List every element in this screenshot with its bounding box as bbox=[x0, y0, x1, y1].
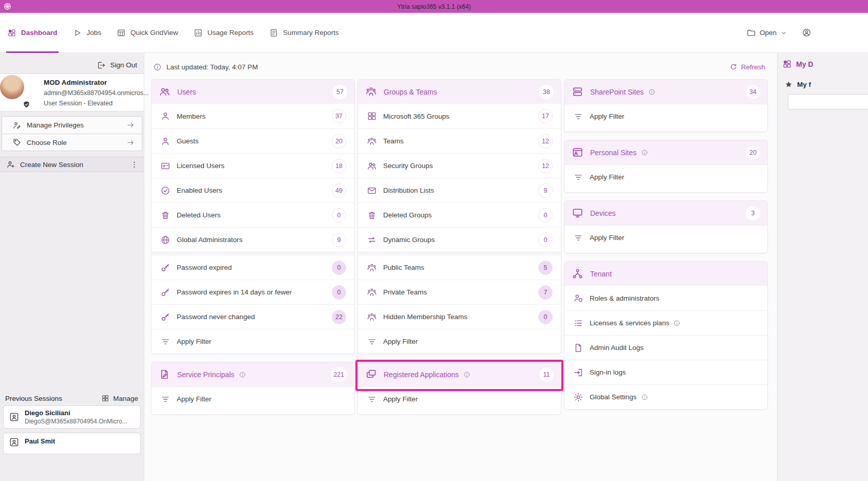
teams-icon bbox=[367, 136, 377, 146]
stat-label: Guests bbox=[177, 137, 199, 145]
shield-person-icon bbox=[573, 293, 583, 303]
stat-count-badge: 49 bbox=[332, 183, 346, 198]
stat-count-badge: 12 bbox=[538, 134, 553, 149]
tab-dashboard[interactable]: Dashboard bbox=[7, 13, 58, 53]
tenant-row-sign-in-logs[interactable]: Sign-in logs bbox=[564, 360, 767, 384]
tenant-row-label: Global Settings bbox=[590, 393, 637, 401]
filter-icon bbox=[160, 337, 171, 347]
user-name: MOD Administrator bbox=[44, 77, 144, 88]
stat-row-licensed-users[interactable]: Licensed Users 18 bbox=[152, 153, 354, 178]
stat-count-badge: 0 bbox=[332, 261, 346, 275]
stat-row-password-expires-soon[interactable]: Password expires in 14 days or fewer 0 bbox=[152, 280, 354, 304]
users-count-badge: 57 bbox=[333, 85, 347, 99]
key-icon bbox=[160, 312, 171, 322]
personal-sites-card-header[interactable]: Personal Sites 20 bbox=[564, 140, 767, 164]
stat-row-dynamic-groups[interactable]: Dynamic Groups 0 bbox=[358, 227, 561, 252]
stat-row-password-never-changed[interactable]: Password never changed 22 bbox=[152, 304, 354, 329]
stat-row-guests[interactable]: Guests 20 bbox=[152, 128, 354, 153]
stat-row-hidden-membership-teams[interactable]: Hidden Membership Teams 0 bbox=[358, 304, 561, 329]
session-item[interactable]: Paul Smit bbox=[3, 433, 141, 454]
info-icon[interactable] bbox=[641, 394, 648, 401]
tab-usage-reports[interactable]: Usage Reports bbox=[194, 13, 254, 53]
usage-reports-icon bbox=[194, 28, 203, 38]
kebab-menu-icon[interactable] bbox=[130, 160, 139, 169]
open-button[interactable]: Open bbox=[746, 28, 787, 38]
stat-label: Password never changed bbox=[177, 313, 255, 321]
registered-applications-count-badge: 11 bbox=[539, 367, 554, 382]
stat-label: Private Teams bbox=[383, 288, 427, 296]
info-icon[interactable] bbox=[239, 371, 246, 378]
apply-filter-button[interactable]: Apply Filter bbox=[152, 329, 354, 354]
service-principals-icon bbox=[159, 368, 171, 380]
info-icon[interactable] bbox=[463, 371, 470, 378]
stat-row-password-expired[interactable]: Password expired 0 bbox=[152, 255, 354, 280]
devices-card-header[interactable]: Devices 3 bbox=[564, 201, 767, 225]
stat-row-m365-groups[interactable]: Microsoft 365 Groups 17 bbox=[358, 104, 561, 128]
stat-row-public-teams[interactable]: Public Teams 5 bbox=[358, 255, 561, 280]
refresh-icon bbox=[729, 63, 738, 71]
stat-row-private-teams[interactable]: Private Teams 7 bbox=[358, 280, 561, 304]
apply-filter-button[interactable]: Apply Filter bbox=[564, 104, 767, 128]
tenant-row-roles-administrators[interactable]: Roles & administrators bbox=[564, 286, 767, 310]
stat-label: Enabled Users bbox=[177, 187, 222, 194]
avatar bbox=[0, 75, 24, 99]
stat-count-badge: 7 bbox=[538, 285, 553, 300]
devices-icon bbox=[572, 207, 583, 219]
jobs-icon bbox=[73, 28, 82, 38]
apply-filter-button[interactable]: Apply Filter bbox=[564, 164, 767, 189]
info-icon[interactable] bbox=[673, 320, 681, 327]
manage-privileges-button[interactable]: Manage Privileges bbox=[2, 117, 142, 134]
dashboard-list-item[interactable] bbox=[788, 94, 868, 109]
tab-summary-reports[interactable]: Summary Reports bbox=[269, 13, 339, 53]
tenant-row-licenses-services-plans[interactable]: Licenses & services plans bbox=[564, 310, 767, 335]
stat-row-deleted-groups[interactable]: Deleted Groups 0 bbox=[358, 202, 561, 227]
tenant-row-global-settings[interactable]: Global Settings bbox=[564, 384, 767, 409]
choose-role-button[interactable]: Choose Role bbox=[2, 134, 142, 151]
apply-filter-label: Apply Filter bbox=[383, 395, 418, 403]
right-panel: My D My f bbox=[777, 53, 868, 481]
stat-row-distribution-lists[interactable]: Distribution Lists 9 bbox=[358, 178, 561, 202]
sign-out-icon bbox=[97, 61, 106, 70]
sharepoint-sites-card-header[interactable]: SharePoint Sites 34 bbox=[564, 80, 767, 104]
stat-row-global-administrators[interactable]: Global Administrators 9 bbox=[152, 227, 354, 252]
my-dashboards-header[interactable]: My D bbox=[778, 59, 868, 69]
tab-jobs[interactable]: Jobs bbox=[73, 13, 102, 53]
stat-row-security-groups[interactable]: Security Groups 12 bbox=[358, 153, 561, 178]
apply-filter-label: Apply Filter bbox=[590, 173, 625, 181]
stat-count-badge: 17 bbox=[538, 109, 553, 123]
stat-row-teams[interactable]: Teams 12 bbox=[358, 128, 561, 153]
tenant-card-header[interactable]: Tenant bbox=[564, 262, 767, 286]
sign-out-button[interactable]: Sign Out bbox=[97, 57, 137, 73]
account-icon[interactable] bbox=[802, 28, 812, 38]
stat-row-enabled-users[interactable]: Enabled Users 49 bbox=[152, 178, 354, 202]
users-card-header[interactable]: Users 57 bbox=[152, 80, 354, 104]
registered-applications-card-header[interactable]: Registered Applications 11 bbox=[358, 362, 561, 386]
stat-row-members[interactable]: Members 37 bbox=[152, 104, 354, 128]
session-item[interactable]: Diego Siciliani DiegoS@M365x88704954.OnM… bbox=[3, 405, 141, 429]
info-icon[interactable] bbox=[641, 149, 648, 156]
service-principals-card-header[interactable]: Service Principals 221 bbox=[152, 362, 354, 386]
filter-icon bbox=[367, 337, 377, 347]
apply-filter-button[interactable]: Apply Filter bbox=[564, 225, 767, 250]
grid-icon bbox=[367, 111, 377, 121]
service-principals-count-badge: 221 bbox=[330, 367, 347, 382]
stat-label: Dynamic Groups bbox=[383, 236, 435, 244]
apply-filter-label: Apply Filter bbox=[383, 338, 418, 345]
info-icon[interactable] bbox=[648, 88, 655, 96]
stat-count-badge: 22 bbox=[332, 310, 346, 324]
apply-filter-button[interactable]: Apply Filter bbox=[358, 329, 561, 354]
manage-label: Manage bbox=[113, 395, 138, 402]
groups-teams-card-header[interactable]: Groups & Teams 38 bbox=[358, 80, 561, 104]
tab-quick-gridview[interactable]: Quick GridView bbox=[117, 13, 178, 53]
refresh-button[interactable]: Refresh bbox=[729, 63, 765, 71]
my-dashboards-label: My D bbox=[796, 60, 813, 68]
create-new-session-button[interactable]: Create New Session bbox=[0, 157, 144, 172]
my-favorites-item[interactable]: My f bbox=[778, 80, 868, 89]
nav-bar: Dashboard Jobs Quick GridView Usage Repo… bbox=[0, 13, 868, 53]
apply-filter-button[interactable]: Apply Filter bbox=[152, 386, 354, 411]
tenant-row-admin-audit-logs[interactable]: Admin Audit Logs bbox=[564, 335, 767, 360]
apply-filter-button[interactable]: Apply Filter bbox=[358, 386, 561, 411]
tenant-row-label: Sign-in logs bbox=[590, 368, 626, 376]
stat-row-deleted-users[interactable]: Deleted Users 0 bbox=[152, 202, 354, 227]
manage-sessions-button[interactable]: Manage bbox=[101, 394, 138, 402]
